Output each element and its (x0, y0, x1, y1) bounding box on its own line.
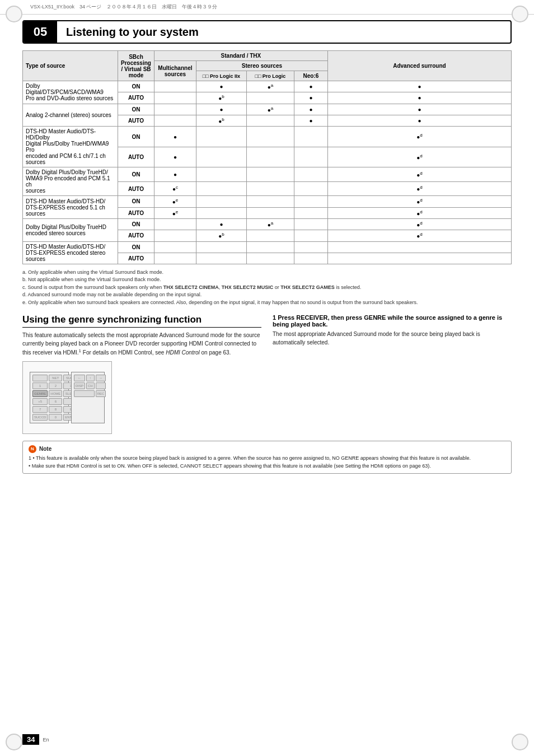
col-header-standard: Standard / THX (154, 51, 327, 61)
cell-neo6-1on: ● (294, 81, 327, 92)
cell-plogic-4on (246, 167, 294, 182)
cell-plogic-1auto (246, 92, 294, 104)
cell-multi-5on: ●e (154, 196, 196, 207)
cell-plogic2-5on (196, 196, 246, 207)
footnote-b: b. Not applicable when using the Virtual… (22, 276, 512, 284)
cell-multi-4on: ● (154, 167, 196, 182)
page-number: 34 (22, 734, 39, 745)
cell-multi-2auto (154, 115, 196, 126)
col-header-advanced: Advanced surround (327, 51, 511, 81)
remote-image: NET SURR 1 2 3 GENRE HOME SLEEP +5 6 7 (22, 361, 112, 434)
cell-adv-5auto: ●d (327, 207, 511, 218)
mode-auto-3: AUTO (118, 147, 154, 167)
mode-auto-7: AUTO (118, 253, 154, 264)
cell-adv-2auto: ● (327, 115, 511, 126)
main-content: Type of source SBch Processing / Virtual… (0, 48, 534, 479)
cell-adv-6on: ●d (327, 218, 511, 230)
language-label: En (43, 737, 49, 743)
cell-plogic2-2on: ● (196, 104, 246, 115)
cell-plogic2-4on (196, 167, 246, 182)
cell-plogic2-5auto (196, 207, 246, 218)
cell-adv-3on: ●d (327, 127, 511, 147)
chapter-header: 05 Listening to your system (22, 20, 512, 44)
cell-multi-6auto (154, 230, 196, 241)
cell-adv-7on (327, 241, 511, 253)
col-header-source: Type of source (23, 51, 118, 81)
cell-adv-2on: ● (327, 104, 511, 115)
cell-adv-7auto (327, 253, 511, 264)
col-header-stereo: Stereo sources (196, 61, 327, 71)
cell-multi-3on: ● (154, 127, 196, 147)
cell-plogic-7auto (246, 253, 294, 264)
cell-plogic-3on (246, 127, 294, 147)
cell-plogic2-1on: ● (196, 81, 246, 92)
mode-auto-5: AUTO (118, 207, 154, 218)
cell-neo6-3auto (294, 147, 327, 167)
footnote-a: a. Only applicable when using the Virtua… (22, 269, 512, 277)
cell-neo6-4on (294, 167, 327, 182)
table-row: Dolby Digital Plus/Dolby TrueHD/WMA9 Pro… (23, 167, 512, 182)
cell-adv-6auto: ●d (327, 230, 511, 241)
cell-plogic-2on: ●a (246, 104, 294, 115)
cell-plogic2-2auto: ●b (196, 115, 246, 126)
source-label-3: DTS-HD Master Audio/DTS-HD/DolbyDigital … (23, 127, 118, 167)
cell-adv-3auto: ●d (327, 147, 511, 167)
cell-multi-2on (154, 104, 196, 115)
cell-neo6-5auto (294, 207, 327, 218)
cell-plogic2-7on (196, 241, 246, 253)
table-row: DTS-HD Master Audio/DTS-HD/DTS-EXPRESS e… (23, 196, 512, 207)
cell-plogic-7on (246, 241, 294, 253)
cell-adv-4on: ●d (327, 167, 511, 182)
genre-left-col: Using the genre synchronizing function T… (22, 314, 261, 434)
surround-matrix-table: Type of source SBch Processing / Virtual… (22, 50, 512, 264)
footnote-d: d. Advanced surround mode may not be ava… (22, 291, 512, 299)
cell-neo6-2auto: ● (294, 115, 327, 126)
cell-multi-4auto: ●c (154, 181, 196, 196)
mode-on-2: ON (118, 104, 154, 115)
file-info: VSX-LX51_IIY.book 34 ページ ２００８年４月１６日 水曜日 … (30, 3, 217, 11)
cell-adv-1on: ● (327, 81, 511, 92)
cell-plogic2-6auto: ●b (196, 230, 246, 241)
mode-on-1: ON (118, 81, 154, 92)
note-header: N Note (29, 445, 505, 453)
cell-adv-1auto: ● (327, 92, 511, 104)
source-label-2: Analog 2-channel (stereo) sources (23, 104, 118, 127)
source-label-4: Dolby Digital Plus/Dolby TrueHD/WMA9 Pro… (23, 167, 118, 196)
cell-plogic-1on: ●a (246, 81, 294, 92)
cell-neo6-6on (294, 218, 327, 230)
cell-neo6-2on: ● (294, 104, 327, 115)
cell-plogic-3auto (246, 147, 294, 167)
cell-plogic-2auto (246, 115, 294, 126)
corner-decoration-tl (6, 6, 22, 22)
genre-right-col: 1 Press RECEIVER, then press GENRE while… (273, 314, 512, 434)
note-box: N Note 1 • This feature is available onl… (22, 441, 512, 474)
cell-multi-1on (154, 81, 196, 92)
table-row: Analog 2-channel (stereo) sources ON ● ●… (23, 104, 512, 115)
mode-auto-4: AUTO (118, 181, 154, 196)
cell-plogic-6on: ●a (246, 218, 294, 230)
col-header-multichannel: Multichannel sources (154, 61, 196, 81)
cell-adv-4auto: ●d (327, 181, 511, 196)
mode-on-7: ON (118, 241, 154, 253)
corner-decoration-br (512, 734, 528, 750)
corner-decoration-bl (6, 734, 22, 750)
cell-neo6-5on (294, 196, 327, 207)
mode-auto-6: AUTO (118, 230, 154, 241)
mode-on-3: ON (118, 127, 154, 147)
file-header: VSX-LX51_IIY.book 34 ページ ２００８年４月１６日 水曜日 … (0, 0, 534, 15)
col-header-prologic2: □□ Pro Logic IIx (196, 71, 246, 81)
page-footer: 34 En (22, 734, 49, 745)
cell-plogic2-4auto (196, 181, 246, 196)
cell-multi-1auto (154, 92, 196, 104)
footnote-e: e. Only applicable when two surround bac… (22, 299, 512, 307)
cell-neo6-4auto (294, 181, 327, 196)
mode-auto-2: AUTO (118, 115, 154, 126)
cell-multi-5auto: ●e (154, 207, 196, 218)
table-row: DTS-HD Master Audio/DTS-HD/DolbyDigital … (23, 127, 512, 147)
cell-plogic2-6on: ● (196, 218, 246, 230)
mode-auto-1: AUTO (118, 92, 154, 104)
cell-multi-7on (154, 241, 196, 253)
chapter-title: Listening to your system (57, 22, 510, 42)
footnote-c: c. Sound is output from the surround bac… (22, 284, 512, 292)
step1-body: The most appropriate Advanced Surround m… (273, 330, 512, 347)
